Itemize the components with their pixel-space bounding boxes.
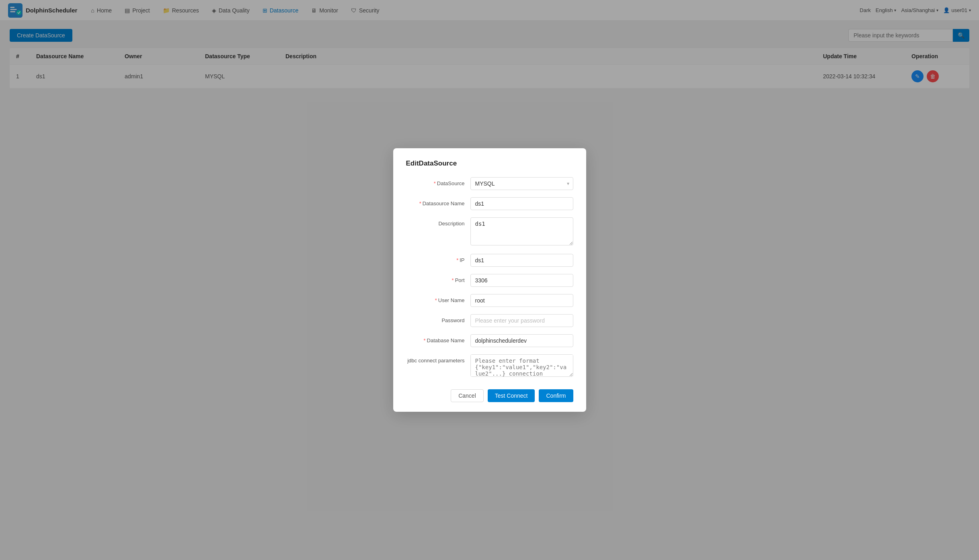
modal-overlay: EditDataSource DataSource MYSQL POSTGRES… xyxy=(0,0,979,96)
